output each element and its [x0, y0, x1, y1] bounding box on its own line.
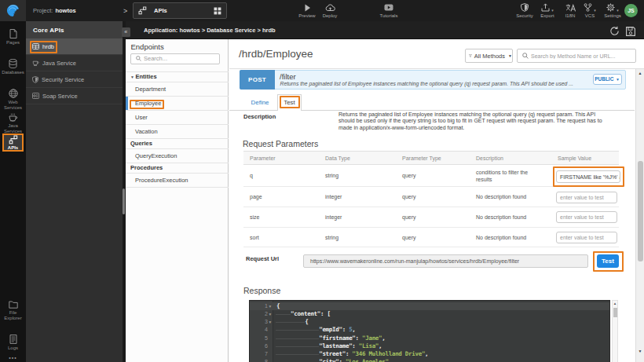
deploy-button[interactable]: Deploy [319, 0, 341, 21]
cloud-upload-icon [325, 3, 335, 13]
sample-value-input-q[interactable] [556, 170, 620, 183]
tree-item-employee[interactable]: Employee [126, 97, 229, 111]
endpoints-title: Endpoints [131, 42, 164, 51]
sidebar-item-apis[interactable]: APIs [2, 133, 24, 152]
sidebar-item-logs[interactable]: Logs [0, 335, 26, 351]
sidebar-item-java-services[interactable]: Java Services [0, 112, 26, 133]
core-apis-header: Core APIs [26, 21, 123, 38]
scroll-up-icon[interactable]: ▲ [636, 71, 644, 75]
tab-apis[interactable]: APIs [133, 2, 227, 19]
grid-icon[interactable] [214, 7, 221, 15]
soap-icon [32, 93, 39, 99]
code-line: 1▾ { [250, 302, 609, 310]
code-line: 8 "city": "Los Angeles", [250, 358, 609, 362]
tab-apis-label: APIs [154, 7, 167, 14]
branch-icon: ▾ [584, 3, 596, 13]
tree-section-queries[interactable]: Queries [126, 139, 229, 149]
wavemaker-logo[interactable] [0, 0, 26, 21]
request-url-field[interactable]: https://www.wavemakeronline.com/run-manj… [303, 254, 588, 268]
user-avatar[interactable]: JS [624, 4, 638, 17]
tab-define[interactable]: Define [244, 94, 276, 110]
sidebar-item-pages[interactable]: Pages [0, 29, 26, 46]
editor-scrollbar[interactable]: ▲ [612, 300, 618, 362]
methods-filter-dropdown[interactable]: All Methods ▼ [465, 49, 513, 63]
folder-icon [9, 301, 18, 309]
more-options-icon[interactable]: ••• [0, 355, 26, 360]
method-summary-row[interactable]: POST /filter Returns the paginated list … [240, 70, 626, 90]
fold-icon[interactable]: ▾ [269, 310, 272, 318]
search-icon [522, 53, 529, 59]
coffee-cup-icon [8, 112, 18, 122]
description-label: Description [243, 113, 276, 120]
fold-icon[interactable]: ▾ [269, 318, 272, 326]
tree-item-department[interactable]: Department [126, 82, 229, 97]
method-search-input[interactable] [531, 53, 631, 59]
code-line: 2▾ "content": [ [250, 310, 609, 318]
core-apis-panel: Core APIs hrdb Java Service Security Ser… [26, 21, 123, 362]
tutorials-button[interactable]: Tutorials [375, 0, 402, 21]
sample-value-input-size[interactable] [556, 211, 617, 223]
method-path: /filter [280, 72, 296, 81]
endpoints-search[interactable] [130, 53, 220, 64]
sidebar-item-web-services[interactable]: Web Services [0, 89, 26, 110]
preview-button[interactable]: Preview [295, 0, 319, 21]
method-search[interactable] [517, 49, 636, 63]
globe-icon [9, 89, 18, 98]
services-scrollbar-thumb[interactable] [123, 188, 125, 214]
visibility-button[interactable]: PUBLIC ▼ [593, 74, 622, 86]
test-button[interactable]: Test [597, 254, 619, 268]
left-rail: Pages Databases Web Services Java Servic… [0, 21, 26, 362]
response-editor[interactable]: 1▾ { 2▾ "content": [ 3▾ { 4 "empId": 5, … [249, 300, 610, 362]
service-item-java-service[interactable]: Java Service [26, 55, 123, 71]
i18n-button[interactable]: I18N [561, 0, 580, 21]
tree-item-vacation[interactable]: Vacation [126, 125, 229, 139]
coffee-cup-icon [32, 60, 39, 66]
api-nodes-icon [138, 6, 147, 15]
scroll-up-icon[interactable]: ▲ [613, 302, 617, 305]
sample-value-input-sort[interactable] [556, 232, 617, 243]
response-heading: Response [243, 286, 280, 295]
table-row-q: q string query conditions to filter the … [243, 165, 619, 187]
page-title: /hrdb/Employee [239, 48, 313, 60]
request-parameters-heading: Request Parameters [243, 139, 318, 148]
caret-down-icon: ▾ [594, 8, 596, 13]
service-item-hrdb[interactable]: hrdb [26, 38, 123, 55]
caret-down-icon: ▾ [551, 8, 554, 13]
caret-down-icon: ▼ [130, 75, 134, 79]
code-line: 6 "lastname": "Lisa", [250, 342, 609, 350]
description-text: Returns the paginated list of Employee i… [338, 112, 609, 132]
tree-item-user[interactable]: User [126, 111, 229, 125]
method-summary: Returns the paginated list of Employee i… [280, 81, 573, 86]
main-scrollbar-thumb[interactable] [638, 161, 643, 261]
vcs-button[interactable]: ▾ VCS [581, 0, 598, 21]
scroll-down-icon[interactable]: ▼ [636, 349, 644, 353]
tree-item-queryexecution[interactable]: QueryExecution [126, 149, 229, 163]
settings-button[interactable]: ▾ Settings [602, 0, 624, 21]
tree-section-procedures[interactable]: Procedures [126, 163, 229, 174]
request-url-label: Request Url [246, 255, 279, 262]
service-item-soap-service[interactable]: Soap Service [26, 88, 123, 104]
editor-scrollbar-thumb[interactable] [613, 308, 617, 318]
sample-value-input-page[interactable] [556, 192, 617, 203]
endpoints-search-input[interactable] [144, 55, 213, 62]
log-file-icon [9, 335, 17, 344]
breadcrumb-chevron-icon: > [123, 0, 127, 21]
funnel-icon [469, 53, 472, 59]
code-line: 3▾ { [250, 318, 609, 326]
main-scrollbar[interactable]: ▲ ▼ [635, 69, 644, 362]
security-button[interactable]: Security [514, 0, 536, 21]
save-icon[interactable] [626, 27, 635, 36]
tree-item-procedureexecution[interactable]: ProcedureExecution [126, 174, 229, 188]
api-nodes-icon [9, 135, 18, 144]
tab-test[interactable]: Test [277, 94, 302, 112]
caret-down-icon: ▼ [508, 53, 512, 58]
top-bar: Project:howtos > APIs Preview Deploy Tut… [0, 0, 644, 21]
sidebar-item-file-explorer[interactable]: File Explorer [0, 301, 26, 320]
tree-section-entities[interactable]: ▼ Entities [126, 72, 229, 82]
export-button[interactable]: ▾ Export [537, 0, 558, 21]
service-item-security-service[interactable]: Security Service [26, 71, 123, 88]
collapse-panel-button[interactable]: « [122, 27, 130, 37]
sidebar-item-databases[interactable]: Databases [0, 59, 26, 75]
refresh-icon[interactable] [609, 26, 620, 36]
fold-icon[interactable]: ▾ [269, 302, 272, 310]
